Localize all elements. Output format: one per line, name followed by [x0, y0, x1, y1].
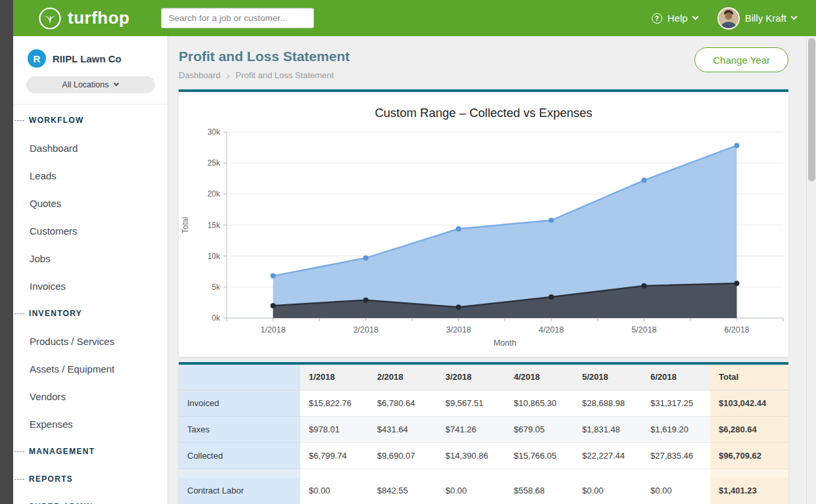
breadcrumb: Dashboard › Profit and Loss Statement	[179, 70, 350, 80]
company-name: RIIPL Lawn Co	[53, 53, 122, 64]
spacer-cell	[574, 469, 642, 478]
sidebar-section-reports[interactable]: REPORTS	[13, 465, 168, 493]
svg-text:5/2018: 5/2018	[631, 325, 656, 334]
spacer-cell	[369, 469, 437, 478]
column-header: 4/2018	[505, 365, 574, 390]
table-cell: $842.55	[369, 478, 437, 504]
row-total: $6,280.64	[710, 416, 788, 442]
sidebar-item-customers[interactable]: Customers	[13, 217, 168, 244]
section-label: WORKFLOW	[29, 116, 84, 125]
search-input[interactable]	[161, 8, 314, 28]
turfhop-logo-icon	[38, 7, 62, 30]
company-logo-icon: R	[28, 49, 46, 68]
spacer-cell	[642, 469, 710, 478]
scrollbar-thumb[interactable]	[808, 38, 815, 181]
spacer-cell	[437, 469, 505, 478]
user-menu[interactable]: Billy Kraft	[717, 7, 796, 30]
table-row-collected: Collected$6,799.74$9,690.07$14,390.86$15…	[179, 442, 788, 469]
sidebar-item-expenses[interactable]: Expenses	[13, 410, 168, 438]
table-cell: $6,799.74	[300, 442, 369, 469]
main-content: Profit and Loss Statement Dashboard › Pr…	[168, 36, 806, 504]
sidebar-item-assets-equipment[interactable]: Assets / Equipment	[13, 355, 168, 382]
breadcrumb-separator-icon: ›	[227, 70, 230, 80]
logo-text: turfhop	[68, 8, 129, 28]
spacer-cell	[505, 469, 574, 478]
location-selector[interactable]: All Locations	[26, 76, 155, 93]
row-total: $1,401.23	[710, 478, 788, 504]
column-header	[179, 365, 300, 390]
spacer-cell	[300, 469, 369, 478]
group-spacer-row	[179, 469, 788, 478]
location-selector-label: All Locations	[62, 80, 109, 89]
scrollbar[interactable]	[806, 36, 816, 504]
table-cell: $978.01	[300, 416, 369, 442]
table-cell: $31,317.25	[642, 390, 710, 416]
turfhop-logo[interactable]: turfhop	[38, 7, 129, 30]
pl-area-chart: 0k5k10k15k20k25k30k1/20182/20183/20184/2…	[179, 124, 788, 351]
chevron-down-icon	[114, 81, 119, 86]
table-cell: $9,567.51	[437, 390, 505, 416]
table-cell: $741.26	[437, 416, 505, 442]
svg-text:10k: 10k	[208, 252, 221, 261]
spacer-cell	[710, 469, 788, 478]
sidebar-item-dashboard[interactable]: Dashboard	[13, 134, 168, 162]
table-row-contract-labor: Contract Labor$0.00$842.55$0.00$558.68$0…	[179, 478, 788, 504]
section-label: INVENTORY	[29, 309, 82, 318]
table-cell: $0.00	[642, 478, 710, 504]
svg-text:20k: 20k	[208, 189, 221, 198]
table-row-invoiced: Invoiced$15,822.76$6,780.64$9,567.51$10,…	[179, 390, 788, 416]
sidebar-item-leads[interactable]: Leads	[13, 162, 168, 189]
sidebar-item-invoices[interactable]: Invoices	[13, 272, 168, 300]
svg-text:30k: 30k	[208, 127, 221, 137]
svg-text:25k: 25k	[208, 158, 221, 168]
sidebar-section-super-admin[interactable]: SUPER ADMIN	[13, 493, 168, 504]
tree-dash-icon	[14, 479, 24, 480]
section-label: MANAGEMENT	[29, 447, 95, 456]
page-title: Profit and Loss Statement	[179, 49, 350, 64]
company-header: R RIIPL Lawn Co	[13, 49, 168, 68]
sidebar-section-management[interactable]: MANAGEMENT	[13, 438, 168, 465]
sidebar-item-vendors[interactable]: Vendors	[13, 382, 168, 410]
tree-dash-icon	[14, 451, 24, 452]
table-cell: $9,690.07	[369, 442, 437, 469]
change-year-button[interactable]: Change Year	[694, 47, 788, 72]
row-label: Invoiced	[179, 390, 300, 416]
sidebar-item-products-services[interactable]: Products / Services	[13, 327, 168, 355]
column-header: 2/2018	[369, 365, 437, 390]
breadcrumb-dashboard[interactable]: Dashboard	[179, 70, 221, 80]
sidebar-item-jobs[interactable]: Jobs	[13, 244, 168, 272]
table-cell: $0.00	[437, 478, 505, 504]
sidebar-item-quotes[interactable]: Quotes	[13, 189, 168, 217]
svg-text:5k: 5k	[212, 283, 221, 292]
row-label: Taxes	[179, 416, 300, 442]
help-label: Help	[668, 12, 688, 24]
help-menu[interactable]: ? Help	[652, 12, 698, 24]
sidebar: R RIIPL Lawn Co All Locations WORKFLOWDa…	[13, 36, 168, 504]
table-cell: $0.00	[574, 478, 642, 504]
section-label: REPORTS	[29, 474, 73, 484]
row-label: Contract Labor	[179, 478, 300, 504]
spacer-cell	[179, 469, 300, 478]
pl-table: 1/20182/20183/20184/20185/20186/2018Tota…	[179, 365, 788, 504]
topbar: turfhop ? Help Billy Kraft	[13, 0, 816, 36]
table-cell: $431.64	[369, 416, 437, 442]
column-header: 1/2018	[300, 365, 369, 390]
svg-text:Month: Month	[493, 338, 516, 348]
avatar	[717, 7, 740, 30]
sidebar-section-inventory[interactable]: INVENTORY	[13, 300, 168, 327]
table-cell: $28,688.98	[574, 390, 642, 416]
sidebar-section-workflow[interactable]: WORKFLOW	[13, 106, 168, 134]
row-label: Collected	[179, 442, 300, 469]
table-header-row: 1/20182/20183/20184/20185/20186/2018Tota…	[179, 365, 788, 390]
svg-text:6/2018: 6/2018	[724, 325, 749, 334]
column-header: Total	[710, 365, 788, 390]
chevron-down-icon	[692, 14, 698, 20]
svg-text:1/2018: 1/2018	[260, 325, 285, 334]
column-header: 3/2018	[437, 365, 505, 390]
chart-card: Custom Range – Collected vs Expenses 0k5…	[179, 89, 788, 357]
column-header: 5/2018	[574, 365, 642, 390]
row-total: $96,709.62	[710, 442, 788, 469]
chevron-down-icon	[791, 14, 798, 20]
table-cell: $1,619.20	[642, 416, 710, 442]
table-cell: $1,831.48	[574, 416, 642, 442]
